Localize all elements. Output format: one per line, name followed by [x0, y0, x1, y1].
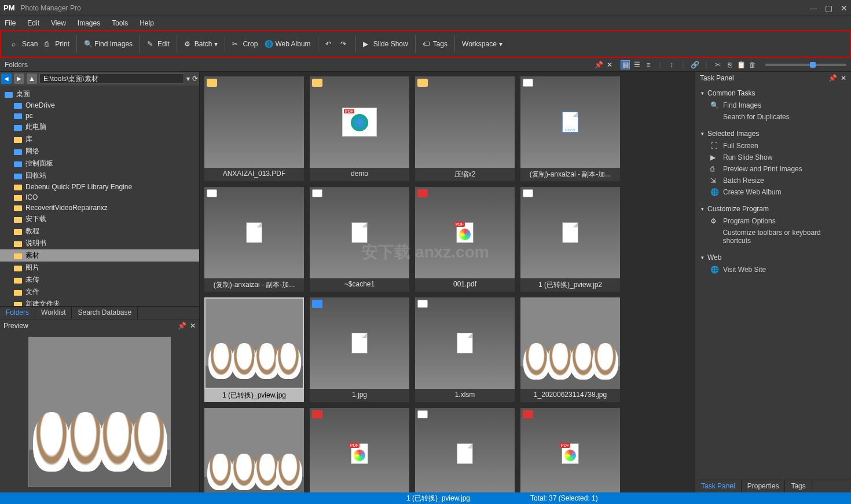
close-panel-icon[interactable]: ✕: [607, 61, 612, 69]
task-link[interactable]: 🌐Visit Web Site: [695, 264, 851, 275]
path-dropdown-icon[interactable]: ▾: [186, 75, 190, 83]
batch-button[interactable]: ⚙Batch▾: [182, 39, 221, 49]
details-view-button[interactable]: ≡: [644, 60, 653, 69]
task-section-header[interactable]: Web: [695, 251, 851, 264]
task-link[interactable]: ⇲Batch Resize: [695, 175, 851, 186]
tree-item[interactable]: 网络: [0, 145, 199, 157]
tree-item[interactable]: 库: [0, 133, 199, 145]
thumbnail[interactable]: (复制)-anxaizai - 副本-加...: [204, 187, 304, 292]
tab-tags[interactable]: Tags: [785, 480, 812, 492]
thumbnail[interactable]: 1_20200623114738.jpg: [520, 297, 620, 402]
tree-item[interactable]: 素材: [0, 249, 199, 262]
tree-item[interactable]: 桌面: [0, 88, 199, 100]
tree-item[interactable]: 此电脑: [0, 121, 199, 133]
rotate-left-button[interactable]: ↶: [323, 39, 336, 49]
task-link[interactable]: Search for Duplicates: [695, 111, 851, 123]
paste-button[interactable]: 📋: [736, 60, 746, 69]
thumbnail-area[interactable]: ANXAIZAI_013.PDFPDFdemo压缩x2DOCX(复制)-anxa…: [200, 72, 695, 492]
task-link[interactable]: ⚙Program Options: [695, 215, 851, 227]
tree-item[interactable]: 控制面板: [0, 157, 199, 170]
task-link[interactable]: ⛶Full Screen: [695, 140, 851, 152]
path-input[interactable]: [39, 73, 184, 84]
thumbnails-view-button[interactable]: ▦: [621, 60, 630, 69]
nav-back-button[interactable]: ◄: [1, 73, 12, 84]
thumbnail[interactable]: [520, 408, 620, 492]
link-button[interactable]: 🔗: [690, 60, 699, 69]
tree-item[interactable]: 教程: [0, 225, 199, 237]
tree-item[interactable]: OneDrive: [0, 100, 199, 111]
tab-task-panel[interactable]: Task Panel: [695, 480, 742, 492]
tab-worklist[interactable]: Worklist: [35, 307, 72, 319]
find-images-button[interactable]: 🔍Find Images: [82, 39, 135, 49]
menu-edit[interactable]: Edit: [27, 19, 39, 27]
pin-icon[interactable]: 📌: [595, 61, 603, 69]
menu-help[interactable]: Help: [140, 19, 154, 27]
workspace-button[interactable]: Workspace▾: [460, 39, 505, 49]
thumbnail[interactable]: [415, 408, 515, 492]
close-preview-icon[interactable]: ✕: [190, 322, 196, 330]
task-link[interactable]: ⎙Preview and Print Images: [695, 163, 851, 175]
list-view-button[interactable]: ☰: [632, 60, 641, 69]
task-link[interactable]: ▶Run Slide Show: [695, 152, 851, 163]
nav-up-button[interactable]: ▲: [27, 73, 37, 84]
thumbnail[interactable]: 001.pdf: [415, 187, 515, 292]
nav-forward-button[interactable]: ►: [14, 73, 24, 84]
thumbnail[interactable]: 压缩x2: [415, 76, 515, 181]
thumbnail[interactable]: 1.jpg: [310, 297, 409, 402]
rotate-right-button[interactable]: ↷: [338, 39, 351, 49]
refresh-button[interactable]: ⟳: [192, 75, 198, 83]
menu-images[interactable]: Images: [78, 19, 100, 27]
thumbnail[interactable]: 1.xlsm: [415, 297, 515, 402]
cut-button[interactable]: ✂: [713, 60, 722, 69]
task-link[interactable]: 🌐Create Web Album: [695, 186, 851, 198]
close-task-panel-icon[interactable]: ✕: [841, 74, 846, 82]
task-section-header[interactable]: Common Tasks: [695, 87, 851, 100]
tab-folders[interactable]: Folders: [0, 307, 35, 319]
tree-item[interactable]: ICO: [0, 192, 199, 203]
tree-item[interactable]: 安下载: [0, 213, 199, 225]
task-link[interactable]: 🔍Find Images: [695, 100, 851, 111]
thumbnail[interactable]: 1 (已转换)_pview.jp2: [520, 187, 620, 292]
task-section-header[interactable]: Selected Images: [695, 127, 851, 140]
web-album-button[interactable]: 🌐Web Album: [262, 39, 313, 49]
crop-button[interactable]: ✂Crop: [230, 39, 260, 49]
tree-item[interactable]: 文件: [0, 286, 199, 298]
menu-view[interactable]: View: [51, 19, 66, 27]
edit-button[interactable]: ✎Edit: [145, 39, 172, 49]
pin-icon[interactable]: 📌: [828, 74, 837, 82]
tree-item[interactable]: 图片: [0, 262, 199, 274]
delete-button[interactable]: 🗑: [748, 60, 757, 69]
tree-item[interactable]: 回收站: [0, 170, 199, 182]
thumbnail[interactable]: [204, 408, 304, 492]
task-section-header[interactable]: Customize Program: [695, 203, 851, 215]
tree-item[interactable]: 新建文件夹: [0, 298, 199, 306]
menu-file[interactable]: File: [5, 19, 16, 27]
thumbnail[interactable]: ~$cache1: [310, 187, 409, 292]
close-button[interactable]: ✕: [841, 3, 848, 13]
print-button[interactable]: ⎙Print: [42, 39, 72, 49]
tree-item[interactable]: pc: [0, 111, 199, 121]
tree-item[interactable]: 说明书: [0, 237, 199, 249]
maximize-button[interactable]: ▢: [825, 3, 832, 13]
pin-icon[interactable]: 📌: [178, 322, 186, 330]
menu-tools[interactable]: Tools: [112, 19, 128, 27]
thumbnail[interactable]: PDFdemo: [310, 76, 409, 181]
thumbnail[interactable]: 1 (已转换)_pview.jpg: [204, 297, 304, 402]
tree-item[interactable]: RecoveritVideoRepairanxz: [0, 203, 199, 213]
tab-search-database[interactable]: Search Database: [72, 307, 138, 319]
slider-thumb[interactable]: [810, 62, 816, 68]
tree-item[interactable]: Debenu Quick PDF Library Engine: [0, 182, 199, 192]
task-link[interactable]: Customize toolbars or keyboard shortcuts: [695, 227, 851, 247]
thumbnail[interactable]: ANXAIZAI_013.PDF: [204, 76, 304, 181]
scan-button[interactable]: ⌕Scan: [9, 39, 40, 49]
minimize-button[interactable]: —: [809, 3, 817, 13]
tree-item[interactable]: 未传: [0, 274, 199, 286]
folder-tree[interactable]: 桌面OneDrivepc此电脑库网络控制面板回收站Debenu Quick PD…: [0, 86, 199, 306]
thumbnail[interactable]: DOCX(复制)-anxaizai - 副本-加...: [520, 76, 620, 181]
thumbnail[interactable]: [310, 408, 409, 492]
copy-button[interactable]: ⎘: [725, 60, 734, 69]
thumbnail-size-slider[interactable]: [765, 64, 846, 66]
slideshow-button[interactable]: ▶Slide Show: [361, 39, 410, 49]
tab-properties[interactable]: Properties: [742, 480, 786, 492]
sort-button[interactable]: ↕: [667, 60, 676, 69]
